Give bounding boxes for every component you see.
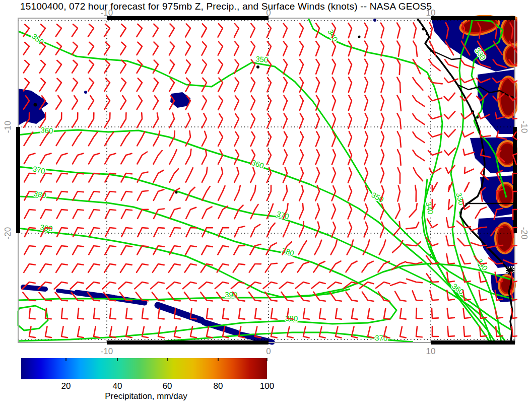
wind-barb <box>251 42 255 55</box>
wind-barb <box>348 168 352 183</box>
wind-barb <box>349 41 352 56</box>
wind-barb <box>413 132 424 143</box>
wind-barb <box>186 208 196 219</box>
wind-barb <box>56 154 68 164</box>
wind-barb <box>448 326 454 336</box>
wind-barb <box>185 246 196 255</box>
wind-barb <box>398 168 401 183</box>
wind-barb <box>267 96 271 110</box>
wind-barb <box>234 206 243 219</box>
wind-barb <box>444 129 455 137</box>
wind-barb <box>432 326 438 336</box>
wind-barb <box>476 207 487 218</box>
wind-barb <box>183 282 196 289</box>
wind-barb <box>104 96 110 109</box>
wind-barb <box>332 78 336 92</box>
wind-barb <box>251 132 255 146</box>
wind-barb <box>186 149 191 164</box>
island-dot <box>422 28 425 31</box>
wind-barb <box>255 308 261 319</box>
wind-barb <box>121 96 126 109</box>
wind-barb <box>332 96 336 110</box>
wind-barb <box>73 132 82 146</box>
wind-barb <box>235 226 245 237</box>
precip-streak <box>77 293 114 298</box>
wind-barb <box>267 150 271 165</box>
wind-barb <box>365 23 368 38</box>
wind-barb <box>392 240 403 252</box>
island-dot <box>256 65 259 68</box>
wind-barb <box>251 78 255 92</box>
wind-barb <box>25 210 35 219</box>
wind-barb <box>110 326 116 337</box>
wind-barb <box>202 186 210 200</box>
wind-barb <box>445 59 458 67</box>
lat-tick-right-1: -20 <box>519 227 529 240</box>
wind-barb <box>126 308 132 319</box>
wind-barb <box>365 131 368 147</box>
wind-barb <box>218 96 223 110</box>
wind-barb <box>135 282 148 289</box>
wind-barb <box>89 228 100 237</box>
wind-barb <box>427 219 437 228</box>
wind-barb <box>218 132 223 146</box>
wind-barb <box>348 131 352 147</box>
wind-barb <box>169 60 174 73</box>
wind-barb <box>234 78 239 92</box>
wind-barb <box>464 167 474 173</box>
contour-line <box>18 31 514 299</box>
wind-barb <box>235 96 239 110</box>
frame-bar-bottom <box>107 340 269 345</box>
wind-barb <box>444 93 455 101</box>
wind-barb <box>218 246 229 255</box>
wind-barb <box>24 173 35 182</box>
wind-barb <box>381 77 384 92</box>
wind-barb <box>316 78 319 92</box>
precip-streak <box>23 287 45 289</box>
wind-barb <box>218 60 223 74</box>
wind-barb <box>303 308 309 319</box>
wind-barb <box>153 151 162 164</box>
wind-barb <box>315 240 322 255</box>
wind-barb <box>365 113 368 128</box>
wind-barb <box>41 210 51 219</box>
wind-barb <box>444 111 455 119</box>
wind-barb <box>298 262 309 272</box>
wind-barb <box>199 282 213 289</box>
wind-barb <box>218 150 223 164</box>
weather-map-figure: 3503403503603703803903603703803503903803… <box>0 0 532 411</box>
lon-tick-bottom-0: -10 <box>101 347 113 357</box>
frame-bar-top <box>107 16 269 20</box>
wind-barb <box>185 264 196 272</box>
wind-barb <box>251 204 258 219</box>
wind-barb <box>169 264 180 272</box>
wind-barb <box>120 24 126 37</box>
wind-barb <box>381 168 384 183</box>
wind-barb <box>267 24 271 37</box>
wind-barb <box>413 150 424 161</box>
wind-barb <box>88 79 94 91</box>
wind-barb <box>249 292 261 301</box>
wind-barb <box>40 246 51 254</box>
wind-barb <box>299 203 303 219</box>
wind-barb <box>202 167 207 182</box>
wind-barb <box>416 326 422 337</box>
wind-barb <box>352 327 358 338</box>
wind-barb <box>88 96 94 109</box>
wind-barb <box>73 210 84 219</box>
wind-barb <box>89 113 94 127</box>
wind-barb <box>460 255 471 264</box>
wind-barb <box>300 59 303 74</box>
wind-barb <box>381 95 384 110</box>
lon-tick-bottom-1: 0 <box>266 347 271 357</box>
wind-barb <box>138 191 148 200</box>
wind-barb <box>202 42 207 55</box>
wind-barb <box>201 292 213 301</box>
wind-barb <box>186 187 195 200</box>
lon-tick-bottom-2: 10 <box>426 347 436 357</box>
contour-label: 380 <box>281 246 295 258</box>
wind-barb <box>349 95 352 110</box>
wind-barb <box>300 131 304 146</box>
wind-barb <box>202 113 207 127</box>
wind-barb <box>432 183 437 191</box>
